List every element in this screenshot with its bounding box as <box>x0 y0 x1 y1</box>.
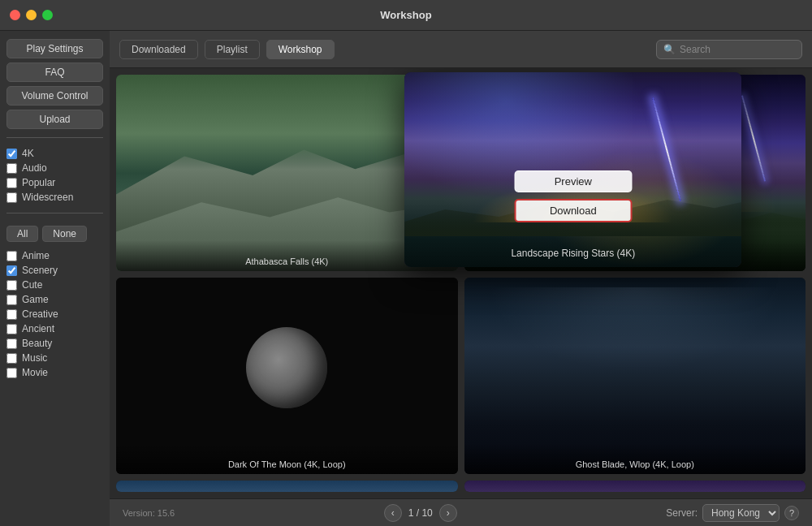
pagination: ‹ 1 / 10 › <box>384 504 457 522</box>
filter-4k-checkbox[interactable] <box>6 149 17 159</box>
filter-audio-checkbox[interactable] <box>6 163 17 174</box>
modal-buttons: Preview Download <box>514 170 632 222</box>
filter-popular-checkbox[interactable] <box>6 178 17 188</box>
filter-popular-label: Popular <box>22 177 55 188</box>
wallpaper-grid: Athabasca Falls (4K) Landscape Rising St… <box>110 68 812 498</box>
tag-ancient-label: Ancient <box>22 323 54 334</box>
divider-2 <box>6 213 103 213</box>
tag-game-checkbox[interactable] <box>6 295 17 305</box>
tag-movie-label: Movie <box>22 367 48 378</box>
filter-all-button[interactable]: All <box>6 226 38 242</box>
tag-anime[interactable]: Anime <box>6 250 103 261</box>
moon-label: Dark Of The Moon (4K, Loop) <box>116 443 458 474</box>
page-indicator: 1 / 10 <box>408 507 433 519</box>
modal-lights <box>404 72 741 267</box>
divider-1 <box>6 137 103 138</box>
tag-cute-checkbox[interactable] <box>6 280 17 291</box>
filter-widescreen-label: Widescreen <box>22 192 73 203</box>
main-content: Downloaded Playlist Workshop 🔍 Athabasca… <box>110 31 812 526</box>
tag-beauty-label: Beauty <box>22 338 52 349</box>
filter-4k[interactable]: 4K <box>6 148 103 159</box>
titlebar: Workshop <box>0 0 812 31</box>
search-input[interactable] <box>680 44 795 55</box>
app-body: Play Settings FAQ Volume Control Upload … <box>0 31 812 526</box>
tag-creative-checkbox[interactable] <box>6 309 17 320</box>
grid-item-moon[interactable]: Dark Of The Moon (4K, Loop) <box>116 278 458 474</box>
tab-workshop[interactable]: Workshop <box>266 40 335 59</box>
tab-playlist[interactable]: Playlist <box>205 40 260 59</box>
download-button[interactable]: Download <box>514 199 632 222</box>
volume-control-button[interactable]: Volume Control <box>6 86 103 106</box>
filter-popular[interactable]: Popular <box>6 177 103 188</box>
server-label: Server: <box>666 507 698 519</box>
filter-checkboxes: 4K Audio Popular Widescreen <box>6 146 103 205</box>
filter-all-none: All None <box>6 226 103 242</box>
filter-none-button[interactable]: None <box>42 226 87 242</box>
tag-scenery-label: Scenery <box>22 265 58 276</box>
tag-music[interactable]: Music <box>6 352 103 364</box>
server-area: Server: Hong Kong ? <box>666 504 799 522</box>
server-select[interactable]: Hong Kong <box>702 504 780 522</box>
tag-scenery[interactable]: Scenery <box>6 265 103 276</box>
play-settings-button[interactable]: Play Settings <box>6 39 103 58</box>
modal-card[interactable]: Preview Download Landscape Rising Stars … <box>404 72 741 267</box>
grid-item-bottom-right[interactable] <box>464 481 806 492</box>
tag-beauty[interactable]: Beauty <box>6 338 103 349</box>
search-icon: 🔍 <box>663 44 676 55</box>
tag-movie-checkbox[interactable] <box>6 368 17 378</box>
tag-game[interactable]: Game <box>6 294 103 305</box>
upload-button[interactable]: Upload <box>6 110 103 129</box>
help-button[interactable]: ? <box>784 506 799 520</box>
filter-4k-label: 4K <box>22 148 34 159</box>
filter-audio[interactable]: Audio <box>6 162 103 174</box>
tag-game-label: Game <box>22 294 49 305</box>
preview-button[interactable]: Preview <box>514 170 632 192</box>
filter-widescreen-checkbox[interactable] <box>6 192 17 203</box>
grid-item-ghost[interactable]: Ghost Blade, Wlop (4K, Loop) <box>464 278 806 474</box>
minimize-button[interactable] <box>26 10 37 20</box>
tag-music-label: Music <box>22 352 47 364</box>
topbar: Downloaded Playlist Workshop 🔍 <box>110 31 812 68</box>
moon-decoration <box>246 327 327 408</box>
maximize-button[interactable] <box>42 10 53 20</box>
grid-item-bottom-left[interactable] <box>116 481 458 492</box>
tag-ancient-checkbox[interactable] <box>6 324 17 334</box>
prev-page-button[interactable]: ‹ <box>384 504 402 522</box>
tag-anime-label: Anime <box>22 250 50 261</box>
tag-ancient[interactable]: Ancient <box>6 323 103 334</box>
tab-downloaded[interactable]: Downloaded <box>119 40 198 59</box>
tag-scenery-checkbox[interactable] <box>6 265 17 276</box>
tag-cute-label: Cute <box>22 279 42 291</box>
tag-anime-checkbox[interactable] <box>6 251 17 261</box>
filter-widescreen[interactable]: Widescreen <box>6 192 103 203</box>
tag-list: Anime Scenery Cute Game Creative Ancient <box>6 250 103 378</box>
close-button[interactable] <box>10 10 20 20</box>
ghost-label: Ghost Blade, Wlop (4K, Loop) <box>464 443 806 474</box>
next-page-button[interactable]: › <box>439 504 457 522</box>
window-controls <box>10 10 53 20</box>
search-box: 🔍 <box>656 40 802 59</box>
tag-music-checkbox[interactable] <box>6 353 17 364</box>
sidebar: Play Settings FAQ Volume Control Upload … <box>0 31 110 526</box>
tag-movie[interactable]: Movie <box>6 367 103 378</box>
faq-button[interactable]: FAQ <box>6 63 103 82</box>
version-text: Version: 15.6 <box>123 508 175 518</box>
tag-creative[interactable]: Creative <box>6 308 103 320</box>
bottombar: Version: 15.6 ‹ 1 / 10 › Server: Hong Ko… <box>110 498 812 526</box>
tag-beauty-checkbox[interactable] <box>6 338 17 349</box>
filter-audio-label: Audio <box>22 162 47 174</box>
modal-title: Landscape Rising Stars (4K) <box>404 248 741 259</box>
app-title: Workshop <box>380 9 431 21</box>
tag-creative-label: Creative <box>22 308 58 320</box>
tag-cute[interactable]: Cute <box>6 279 103 291</box>
